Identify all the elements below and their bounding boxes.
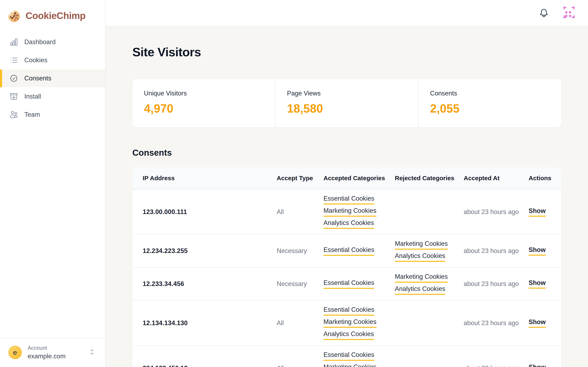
table-row: 12.134.134.130 All Essential CookiesMark… [132,300,561,345]
show-button[interactable]: Show [529,279,546,289]
stats-cards: Unique Visitors 4,970 Page Views 18,580 … [132,79,561,127]
sidebar-item-label: Cookies [24,57,47,64]
sidebar-item-consents[interactable]: Consents [0,69,105,87]
show-button[interactable]: Show [529,364,546,367]
accept-type: All [277,208,323,216]
accept-type: All [277,365,323,367]
consents-table-body: 123.00.000.111 All Essential CookiesMark… [132,190,561,367]
archive-download-icon [9,92,18,101]
main-area: Site Visitors Unique Visitors 4,970 Page… [106,0,588,367]
accepted-categories: Essential CookiesMarketing CookiesAnalyt… [323,195,395,229]
stat-value: 18,580 [287,102,406,115]
stat-value: 2,055 [430,102,550,115]
rejected-category-link[interactable]: Analytics Cookies [395,252,445,262]
sidebar-nav: Dashboard Cookies Consents [0,29,105,124]
accepted-categories: Essential Cookies [323,246,395,256]
column-header-accept-type: Accept Type [277,167,323,189]
consents-section-title: Consents [132,148,561,158]
rejected-category-link[interactable]: Marketing Cookies [395,240,448,250]
table-row: 12.234.223.255 Necessary Essential Cooki… [132,234,561,267]
account-domain: example.com [28,353,83,360]
table-row: 123.00.000.111 All Essential CookiesMark… [132,190,561,234]
column-header-ip: IP Address [132,167,277,189]
sidebar-item-label: Team [24,111,40,118]
accepted-category-link[interactable]: Essential Cookies [323,195,374,205]
rejected-category-link[interactable]: Marketing Cookies [395,273,448,283]
sidebar-item-label: Dashboard [24,38,56,46]
bell-icon [539,8,549,18]
rejected-categories: Marketing CookiesAnalytics Cookies [395,240,464,262]
accepted-at: about 23 hours ago [464,365,529,367]
accepted-categories: Essential CookiesMarketing CookiesAnalyt… [323,306,395,340]
accepted-at: about 23 hours ago [464,247,529,255]
stat-value: 4,970 [144,102,264,115]
accepted-categories: Essential CookiesMarketing CookiesAnalyt… [323,351,395,367]
sidebar-item-label: Install [24,93,41,100]
stat-card-consents: Consents 2,055 [418,79,561,127]
accepted-category-link[interactable]: Marketing Cookies [323,363,376,367]
stat-card-page-views: Page Views 18,580 [275,79,418,127]
column-header-rejected-categories: Rejected Categories [395,167,464,189]
sidebar-item-team[interactable]: Team [0,106,105,124]
accepted-at: about 23 hours ago [464,319,529,327]
sidebar-item-dashboard[interactable]: Dashboard [0,33,105,51]
column-header-accepted-at: Accepted At [464,167,529,189]
ip-address: 12.234.223.255 [132,247,277,255]
ip-address: 12.233.34.456 [132,280,277,288]
users-icon [9,110,18,119]
badge-check-icon [9,74,18,83]
table-header: IP Address Accept Type Accepted Categori… [132,167,561,190]
stat-label: Unique Visitors [144,90,264,97]
accept-type: Necessary [277,280,323,288]
page-title: Site Visitors [132,45,561,59]
table-row: 12.233.34.456 Necessary Essential Cookie… [132,267,561,300]
stat-label: Consents [430,90,550,97]
accepted-categories: Essential Cookies [323,279,395,289]
topbar [106,0,588,26]
cookie-logo-icon [7,9,21,23]
accepted-category-link[interactable]: Analytics Cookies [323,219,374,229]
column-header-accepted-categories: Accepted Categories [323,167,395,189]
accepted-category-link[interactable]: Marketing Cookies [323,207,376,217]
account-avatar: e [8,346,22,359]
sidebar-item-cookies[interactable]: Cookies [0,51,105,69]
user-avatar[interactable] [562,5,578,21]
show-button[interactable]: Show [529,318,546,328]
sidebar: CookieChimp Dashboard [0,0,106,367]
sidebar-item-install[interactable]: Install [0,88,105,105]
account-switcher[interactable]: e Account example.com [0,338,105,367]
bar-chart-icon [9,38,18,46]
accepted-category-link[interactable]: Essential Cookies [323,279,374,289]
chevron-up-down-icon[interactable] [88,348,96,357]
app-root: CookieChimp Dashboard [0,0,588,367]
ip-address: 123.00.000.111 [132,208,277,216]
accept-type: Necessary [277,247,323,255]
accept-type: All [277,319,323,327]
brand-logo[interactable]: CookieChimp [0,0,105,29]
accepted-category-link[interactable]: Essential Cookies [323,246,374,256]
brand-name: CookieChimp [25,10,86,21]
account-label: Account [28,345,83,351]
stat-card-unique-visitors: Unique Visitors 4,970 [132,79,275,127]
ip-address: 12.134.134.130 [132,319,277,327]
accepted-category-link[interactable]: Analytics Cookies [323,330,374,340]
accepted-category-link[interactable]: Essential Cookies [323,306,374,316]
rejected-categories: Marketing CookiesAnalytics Cookies [395,273,464,295]
show-button[interactable]: Show [529,246,546,256]
sidebar-spacer [0,124,105,338]
rejected-category-link[interactable]: Analytics Cookies [395,285,445,295]
sidebar-item-label: Consents [24,75,51,82]
consents-table: IP Address Accept Type Accepted Categori… [132,167,561,367]
show-button[interactable]: Show [529,207,546,217]
stat-label: Page Views [287,90,406,97]
list-icon [9,56,18,65]
column-header-actions: Actions [529,167,561,189]
accepted-at: about 23 hours ago [464,280,529,288]
accepted-category-link[interactable]: Essential Cookies [323,351,374,361]
accepted-category-link[interactable]: Marketing Cookies [323,318,376,328]
table-row: 234.123.456.12 All Essential CookiesMark… [132,345,561,367]
account-info: Account example.com [28,345,83,360]
notifications-button[interactable] [539,8,549,18]
accepted-at: about 23 hours ago [464,208,529,216]
page-content: Site Visitors Unique Visitors 4,970 Page… [106,26,588,367]
